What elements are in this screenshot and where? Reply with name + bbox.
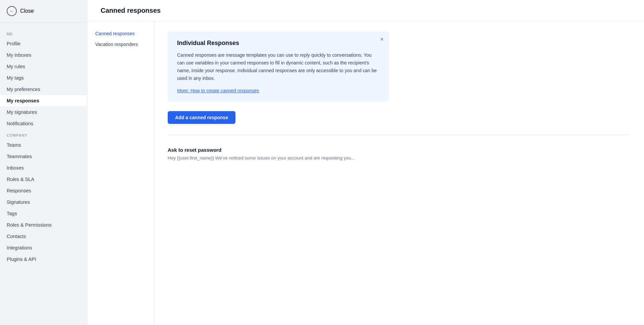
sidebar-item-plugins-api[interactable]: Plugins & API: [0, 253, 87, 265]
response-row: Ask to reset password Hey {{user.first_n…: [168, 142, 631, 167]
response-preview: Hey {{user.first_name}} We've noticed so…: [168, 155, 631, 161]
sidebar-item-notifications[interactable]: Notifications: [0, 118, 87, 129]
me-section-label: ME: [0, 28, 87, 38]
sidebar-item-rules-sla[interactable]: Rules & SLA: [0, 174, 87, 185]
sidebar-item-teams[interactable]: Teams: [0, 139, 87, 151]
info-box: × Individual Responses Canned responses …: [168, 32, 389, 102]
info-box-link[interactable]: More: How to create canned responses: [177, 88, 259, 93]
main-content: Canned responses Canned responses Vacati…: [87, 0, 644, 325]
section-divider: [168, 135, 631, 135]
sidebar-item-inboxes[interactable]: Inboxes: [0, 162, 87, 174]
sidebar-item-integrations[interactable]: Integrations: [0, 242, 87, 253]
sidebar: ← Close ME Profile My inboxes My rules M…: [0, 0, 87, 325]
sidebar-nav: ME Profile My inboxes My rules My tags M…: [0, 22, 87, 325]
sub-nav-canned-responses[interactable]: Canned responses: [87, 28, 154, 39]
close-button[interactable]: ← Close: [0, 0, 87, 22]
sub-navigation: Canned responses Vacation responders: [87, 21, 154, 325]
info-box-title: Individual Responses: [177, 40, 380, 47]
content-area: × Individual Responses Canned responses …: [154, 21, 644, 325]
sidebar-item-my-responses[interactable]: My responses: [0, 95, 87, 106]
sidebar-item-profile[interactable]: Profile: [0, 38, 87, 49]
sidebar-item-responses[interactable]: Responses: [0, 185, 87, 196]
add-canned-response-button[interactable]: Add a canned response: [168, 111, 235, 124]
info-box-close-button[interactable]: ×: [380, 36, 384, 42]
sidebar-item-signatures[interactable]: Signatures: [0, 196, 87, 208]
sidebar-item-my-rules[interactable]: My rules: [0, 61, 87, 72]
sidebar-item-my-inboxes[interactable]: My inboxes: [0, 49, 87, 61]
sidebar-item-my-tags[interactable]: My tags: [0, 72, 87, 84]
back-icon: ←: [7, 6, 17, 16]
company-section-label: COMPANY: [0, 129, 87, 139]
sidebar-item-teammates[interactable]: Teammates: [0, 151, 87, 162]
page-header: Canned responses: [87, 0, 644, 21]
response-title: Ask to reset password: [168, 147, 631, 153]
sidebar-item-roles-permissions[interactable]: Roles & Permissions: [0, 219, 87, 231]
sidebar-item-contacts[interactable]: Contacts: [0, 231, 87, 242]
close-label: Close: [20, 8, 34, 14]
main-body: Canned responses Vacation responders × I…: [87, 21, 644, 325]
info-box-body: Canned responses are message templates y…: [177, 51, 380, 82]
sidebar-item-my-preferences[interactable]: My preferences: [0, 84, 87, 95]
sub-nav-vacation-responders[interactable]: Vacation responders: [87, 39, 154, 50]
sidebar-item-tags[interactable]: Tags: [0, 208, 87, 219]
sidebar-item-my-signatures[interactable]: My signatures: [0, 106, 87, 118]
page-title: Canned responses: [101, 7, 631, 14]
